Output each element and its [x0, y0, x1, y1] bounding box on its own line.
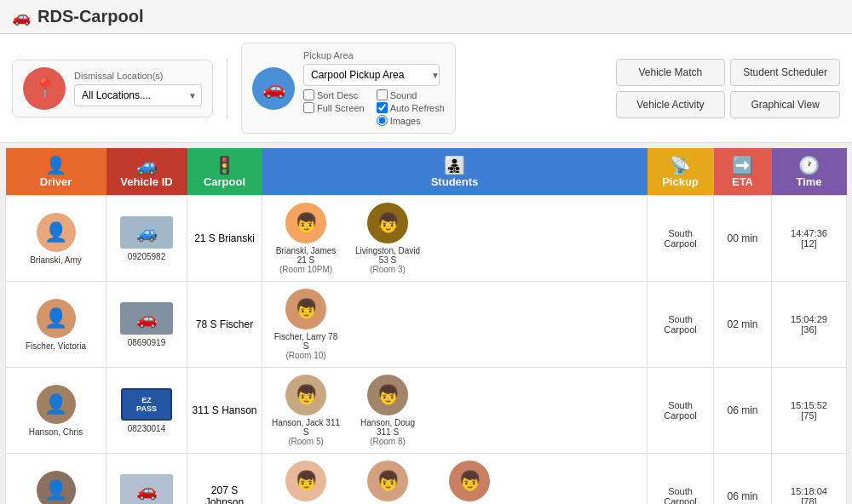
time-cell: 14:47:36[12] [772, 196, 847, 282]
student-avatar: 👦 [367, 203, 408, 243]
th-carpool: 🚦 Carpool [187, 148, 262, 196]
table-row: 👤 Johnson, Phillip 🚗07031878207 S Johnso… [6, 454, 847, 505]
students-cell: 👦 Johnson, Megan 207 S (Room 2) 👦 Johnso… [262, 454, 648, 505]
car-icon: 🚗 [12, 8, 31, 26]
student-name: Fischer, Larry 78 S [271, 332, 341, 351]
dismissal-label: Dismissal Location(s) [74, 71, 202, 81]
student-avatar: 👦 [449, 461, 490, 501]
pickup-select[interactable]: Carpool Pickup Area [303, 64, 440, 86]
carpool-label: 78 S Fischer [196, 318, 253, 330]
carpool-cell: 207 S Johnson [187, 454, 262, 505]
student-avatar: 👦 [285, 461, 326, 501]
pickup-cell: South Carpool [648, 454, 714, 505]
students-th-label: Students [431, 175, 479, 188]
student-name: Hanson, Jack 311 S [271, 418, 341, 437]
sound-checkbox-label[interactable]: Sound [377, 89, 445, 100]
eta-value: 02 min [727, 318, 757, 330]
th-vehicle-id: 🚙 Vehicle ID [106, 148, 187, 196]
student-name: Brianski, James 21 S [271, 246, 341, 265]
driver-name: Fischer, Victoria [9, 341, 102, 351]
dismissal-section: 📍 Dismissal Location(s) All Locations...… [12, 60, 213, 117]
student-item: 👦 Johnson, Katie 207 S (Room 8) [353, 461, 423, 504]
images-checkbox-label[interactable]: Images [377, 115, 445, 126]
time-cell: 15:15:52[75] [772, 368, 847, 454]
carpool-th-label: Carpool [204, 175, 245, 188]
student-room: (Room 3) [353, 265, 423, 274]
th-time: 🕐 Time [772, 148, 847, 196]
vehicle-id-number: 09205982 [110, 252, 183, 261]
eta-value: 06 min [727, 490, 757, 502]
dismissal-select[interactable]: All Locations.... [74, 84, 202, 106]
vehicle-th-icon: 🚙 [112, 155, 182, 175]
carpool-table: 👤 Driver 🚙 Vehicle ID 🚦 Carpool 👨‍👧‍👦 St… [5, 148, 847, 504]
driver-avatar: 👤 [37, 385, 76, 424]
app-title: RDS-Carpool [37, 7, 143, 26]
car-pickup-icon: 🚗 [262, 77, 285, 100]
th-students: 👨‍👧‍👦 Students [262, 148, 648, 196]
time-bracket: [12] [775, 238, 843, 249]
th-driver: 👤 Driver [6, 148, 106, 196]
eta-cell: 00 min [714, 196, 772, 282]
time-value: 15:18:04 [775, 486, 843, 496]
table-row: 👤 Brianski, Amy 🚙0920598221 S Brianski 👦… [6, 196, 847, 282]
images-radio[interactable] [377, 115, 388, 126]
student-item: 👦 Fischer, Larry 78 S (Room 10) [271, 289, 341, 360]
driver-avatar: 👤 [37, 299, 76, 338]
time-bracket: [75] [775, 410, 843, 421]
carpool-label: 21 S Brianski [194, 232, 255, 244]
full-screen-checkbox-label[interactable]: Full Screen [303, 102, 365, 113]
time-bracket: [78] [775, 496, 843, 504]
students-cell: 👦 Brianski, James 21 S (Room 10PM) 👦 Liv… [262, 196, 648, 282]
ezpass-plate: EZPASS [121, 388, 172, 421]
student-name: Hanson, Doug 311 S [353, 418, 423, 437]
pickup-value: South Carpool [664, 486, 697, 504]
student-room: (Room 8) [353, 437, 423, 446]
auto-refresh-checkbox[interactable] [377, 102, 388, 113]
student-avatar: 👦 [285, 289, 326, 329]
vehicle-id-cell: 🚗08690919 [106, 282, 187, 368]
student-avatar: 👦 [367, 375, 408, 415]
pickup-cell: South Carpool [648, 368, 714, 454]
student-scheduler-button[interactable]: Student Scheduler [730, 59, 840, 86]
eta-cell: 02 min [714, 282, 772, 368]
pickup-label: Pickup Area [303, 50, 445, 60]
student-room: (Room 10PM) [271, 265, 341, 274]
driver-th-icon: 👤 [11, 155, 101, 175]
graphical-view-button[interactable]: Graphical View [730, 91, 840, 118]
student-avatar: 👦 [367, 461, 408, 501]
sound-checkbox[interactable] [377, 89, 388, 100]
pickup-value: South Carpool [664, 400, 697, 421]
vehicle-id-number: 08230014 [110, 424, 183, 433]
sort-desc-checkbox-label[interactable]: Sort Desc [303, 89, 365, 100]
auto-refresh-checkbox-label[interactable]: Auto Refresh [377, 102, 445, 113]
student-item: 👦 Hanson, Doug 311 S (Room 8) [353, 375, 423, 446]
eta-th-icon: ➡️ [719, 155, 767, 175]
vehicle-id-cell: 🚙09205982 [106, 196, 187, 282]
time-value: 14:47:36 [775, 228, 843, 238]
vehicle-activity-button[interactable]: Vehicle Activity [616, 91, 726, 118]
carpool-cell: 311 S Hanson [187, 368, 262, 454]
vehicle-image: 🚗 [120, 302, 173, 335]
table-wrapper: 👤 Driver 🚙 Vehicle ID 🚦 Carpool 👨‍👧‍👦 St… [0, 143, 852, 504]
controls-bar: 📍 Dismissal Location(s) All Locations...… [0, 34, 852, 143]
pickup-value: South Carpool [664, 314, 697, 335]
vehicle-match-button[interactable]: Vehicle Match [616, 59, 726, 86]
student-room: (Room 10) [271, 351, 341, 360]
student-avatar: 👦 [285, 375, 326, 415]
sort-desc-checkbox[interactable] [303, 89, 314, 100]
time-bracket: [36] [775, 324, 843, 335]
pickup-icon: 🚗 [252, 67, 295, 110]
students-th-icon: 👨‍👧‍👦 [268, 155, 642, 175]
vehicle-image: 🚗 [120, 474, 173, 505]
carpool-label: 207 S Johnson [205, 484, 244, 504]
driver-name: Hanson, Chris [9, 427, 102, 437]
time-value: 15:04:29 [775, 314, 843, 324]
pickup-cell: South Carpool [648, 282, 714, 368]
full-screen-checkbox[interactable] [303, 102, 314, 113]
carpool-th-icon: 🚦 [193, 155, 257, 175]
eta-cell: 06 min [714, 454, 772, 505]
time-cell: 15:04:29[36] [772, 282, 847, 368]
table-row: 👤 Fischer, Victoria 🚗0869091978 S Fische… [6, 282, 847, 368]
driver-cell: 👤 Johnson, Phillip [6, 454, 106, 505]
driver-th-label: Driver [40, 175, 72, 188]
